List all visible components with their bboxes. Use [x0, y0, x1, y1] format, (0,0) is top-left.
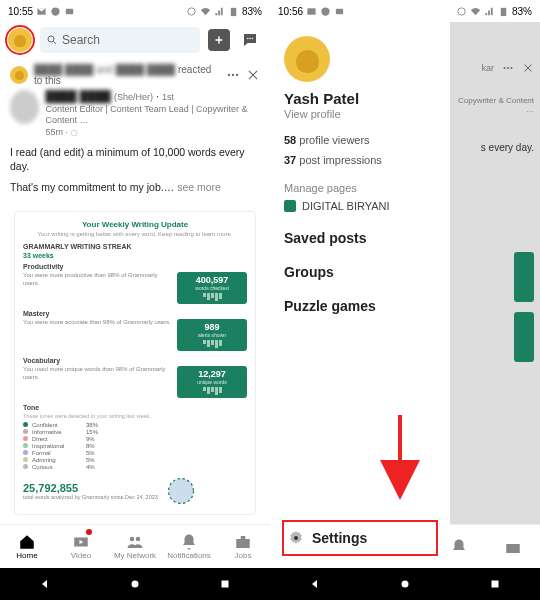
- nav-network[interactable]: My Network: [108, 525, 162, 568]
- nav-home[interactable]: Home: [0, 525, 54, 568]
- tone-row: Inspirational8%: [23, 443, 247, 449]
- gear-icon: [288, 530, 304, 546]
- svg-rect-33: [506, 544, 520, 553]
- svg-point-11: [236, 74, 238, 76]
- svg-rect-23: [336, 8, 343, 14]
- chat-icon: [320, 6, 331, 17]
- profile-avatar-button[interactable]: [8, 28, 32, 52]
- recents-button[interactable]: [218, 577, 232, 591]
- gmail-icon: [36, 6, 47, 17]
- video-icon: [72, 533, 90, 551]
- svg-point-9: [228, 74, 230, 76]
- globe-icon: [70, 129, 78, 137]
- battery-pct: 83%: [242, 6, 262, 17]
- sync-icon: [186, 6, 197, 17]
- post-text-line2: That's my commitment to my job.…: [10, 181, 174, 193]
- nav-jobs[interactable]: Jobs: [216, 525, 270, 568]
- clock: 10:56: [278, 6, 303, 17]
- more-icon[interactable]: [226, 68, 240, 82]
- post-text-line1: I read (and edit) a minimum of 10,000 wo…: [10, 145, 260, 174]
- wifi-icon: [470, 6, 481, 17]
- drawer-avatar[interactable]: [284, 36, 330, 82]
- nav-notifications[interactable]: Notifications: [162, 525, 216, 568]
- app-icon: [334, 6, 345, 17]
- drawer-user-name[interactable]: Yash Patel: [284, 90, 436, 107]
- bell-icon: [180, 533, 198, 551]
- stat-label: Productivity: [23, 263, 247, 270]
- svg-point-24: [458, 7, 465, 14]
- back-button[interactable]: [308, 577, 322, 591]
- tone-row: Confident38%: [23, 422, 247, 428]
- close-icon: [522, 62, 534, 74]
- svg-point-10: [232, 74, 234, 76]
- svg-point-13: [168, 478, 193, 503]
- gmail-icon: [306, 6, 317, 17]
- manage-pages-label: Manage pages: [284, 182, 436, 194]
- total-words-num: 25,792,855: [23, 482, 158, 494]
- top-bar: Search: [0, 22, 270, 58]
- widget-title: Your Weekly Writing Update: [23, 220, 247, 229]
- nav-network-label: My Network: [114, 551, 156, 560]
- stat-desc: You were more productive than 98% of Gra…: [23, 272, 171, 304]
- wifi-icon: [200, 6, 211, 17]
- screenshot-right: 10:56 83% kar Copywriter & Content … s e…: [270, 0, 540, 600]
- total-words-sub: total words analyzed by Grammarly since …: [23, 494, 158, 500]
- messages-button[interactable]: [238, 28, 262, 52]
- post-impressions[interactable]: 37 post impressions: [284, 154, 436, 166]
- close-icon[interactable]: [246, 68, 260, 82]
- globe-graphic-icon: [166, 476, 196, 506]
- svg-rect-19: [241, 536, 246, 539]
- status-bar: 10:56 83%: [270, 0, 540, 22]
- bg-widget-sliver: [514, 312, 534, 362]
- network-icon: [126, 533, 144, 551]
- saved-posts-link[interactable]: Saved posts: [284, 230, 436, 246]
- sync-icon: [456, 6, 467, 17]
- bg-role: Copywriter & Content …: [456, 96, 534, 114]
- chat-icon: [50, 6, 61, 17]
- tone-row: Admiring5%: [23, 457, 247, 463]
- back-button[interactable]: [38, 577, 52, 591]
- nav-video[interactable]: Video: [54, 525, 108, 568]
- profile-viewers[interactable]: 58 profile viewers: [284, 134, 436, 146]
- stat-desc: You used more unique words than 98% of G…: [23, 366, 171, 398]
- plus-icon: [213, 34, 225, 46]
- embedded-image-widget[interactable]: Your Weekly Writing Update Your writing …: [14, 211, 256, 515]
- author-role: Content Editor | Content Team Lead | Cop…: [45, 104, 260, 127]
- screenshot-left: 10:55 83% Search ████ ███: [0, 0, 270, 600]
- home-button[interactable]: [128, 577, 142, 591]
- svg-point-27: [507, 67, 509, 69]
- battery-pct: 83%: [512, 6, 532, 17]
- reaction-notification[interactable]: ████ ████ and ████ ████ reacted to this …: [0, 58, 270, 207]
- nav-notif-label: Notifications: [167, 551, 211, 560]
- author-name[interactable]: ████ ████: [45, 90, 110, 102]
- stat-desc: You were more accurate than 98% of Gramm…: [23, 319, 171, 351]
- compose-button[interactable]: [208, 29, 230, 51]
- feed: ████ ████ and ████ ████ reacted to this …: [0, 58, 270, 524]
- view-profile-link[interactable]: View profile: [284, 108, 436, 120]
- recents-button[interactable]: [488, 577, 502, 591]
- author-avatar[interactable]: [10, 90, 39, 124]
- nav-jobs: [486, 525, 540, 568]
- svg-point-17: [136, 537, 141, 542]
- settings-link[interactable]: Settings: [284, 522, 436, 554]
- svg-point-2: [188, 7, 195, 14]
- bottom-nav: Home Video My Network Notifications Jobs: [0, 524, 270, 568]
- svg-rect-25: [501, 7, 507, 15]
- home-button[interactable]: [398, 577, 412, 591]
- page-name: DIGITAL BIRYANI: [302, 200, 390, 212]
- groups-link[interactable]: Groups: [284, 264, 436, 280]
- search-input[interactable]: Search: [40, 27, 200, 53]
- nav-home-label: Home: [16, 551, 37, 560]
- svg-point-28: [511, 67, 513, 69]
- signal-icon: [214, 6, 225, 17]
- annotation-arrow: [380, 410, 420, 500]
- briefcase-icon: [504, 538, 522, 556]
- app-icon: [64, 6, 75, 17]
- connection-degree: 1st: [162, 92, 174, 102]
- author-pronoun: (She/Her): [114, 92, 153, 102]
- tone-row: Direct9%: [23, 436, 247, 442]
- managed-page-link[interactable]: DIGITAL BIRYANI: [284, 200, 436, 212]
- see-more-link[interactable]: see more: [177, 181, 221, 193]
- puzzle-games-link[interactable]: Puzzle games: [284, 298, 436, 314]
- tone-sub: These tones were detected in your writin…: [23, 413, 247, 419]
